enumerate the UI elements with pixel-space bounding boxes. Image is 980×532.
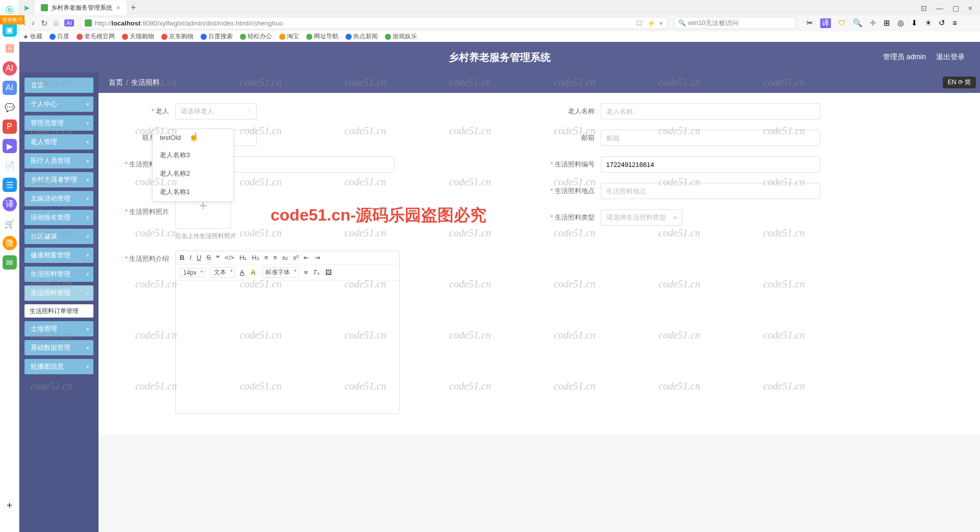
history-icon[interactable]: ↺	[939, 18, 945, 28]
window-maximize-icon[interactable]: ▢	[952, 4, 959, 12]
tab-close-icon[interactable]: ×	[116, 4, 120, 12]
logout-button[interactable]: 退出登录	[936, 53, 965, 62]
sidebar-item-1[interactable]: 个人中心▾	[24, 96, 93, 112]
sub-icon[interactable]: x₂	[282, 254, 288, 261]
sidebar-tail-0[interactable]: 土地管理▾	[24, 321, 93, 336]
bookmark-bdsearch[interactable]: 百度搜索	[201, 32, 233, 41]
os-add-icon[interactable]: +	[7, 500, 13, 512]
elder-select[interactable]: 请选择老人 ⌃	[175, 103, 257, 119]
lang-badge[interactable]: EN ⟳ 简	[943, 77, 976, 88]
bookmark-taobao[interactable]: 淘宝	[279, 32, 299, 41]
font-family-select[interactable]: 标准字体	[262, 267, 299, 278]
browser-tab[interactable]: 乡村养老服务管理系统 ×	[35, 1, 127, 15]
sidebar-item-4[interactable]: 医疗人员管理▾	[24, 153, 93, 168]
dropdown-option-3[interactable]: 老人名称1	[153, 183, 233, 201]
dropdown-option-1[interactable]: 老人名称3	[153, 146, 233, 164]
outdent-icon[interactable]: ⇥	[314, 254, 320, 261]
font-size-select[interactable]: 14px	[180, 268, 205, 277]
sidebar-item-7[interactable]: 活动报名管理▾	[24, 210, 93, 225]
bookmark-news[interactable]: 热点新闻	[346, 32, 378, 41]
search-icon[interactable]: 🔍	[853, 18, 863, 28]
apps-icon[interactable]: ⊞	[884, 18, 890, 28]
shield-icon[interactable]: 🛡	[838, 18, 846, 28]
bookmark-office[interactable]: 轻松办公	[240, 32, 272, 41]
sidebar-item-6[interactable]: 文娱活动管理▾	[24, 191, 93, 206]
os-icon-6[interactable]: P	[3, 119, 17, 134]
scissors-icon[interactable]: ✂	[806, 18, 813, 28]
window-minimize-icon[interactable]: —	[936, 4, 943, 12]
nav-forward-icon[interactable]: ›	[32, 18, 34, 28]
bookmark-tmall[interactable]: 天猫购物	[122, 32, 154, 41]
h2-icon[interactable]: H₂	[252, 254, 259, 261]
os-icon-9[interactable]: ☰	[3, 178, 17, 192]
os-icon-5[interactable]: 💬	[3, 100, 17, 114]
download-icon[interactable]: ⬇	[911, 18, 918, 28]
care-code-input[interactable]	[601, 156, 820, 173]
align-icon[interactable]: ≡	[304, 269, 308, 276]
nav-home-icon[interactable]: ⌂	[54, 18, 59, 28]
url-input[interactable]: http:// localhost :8080/xylfwglxt/admin/…	[80, 17, 668, 29]
italic-icon[interactable]: I	[189, 254, 191, 261]
translate-icon[interactable]: 译	[820, 18, 831, 28]
url-translate-icon[interactable]: ⿻	[636, 19, 643, 27]
sidebar-item-2[interactable]: 管理员管理▾	[24, 115, 93, 131]
sidebar-item-3[interactable]: 老人管理▾	[24, 134, 93, 150]
text-color-icon[interactable]: A	[240, 269, 244, 276]
window-close-icon[interactable]: ×	[968, 4, 972, 12]
bold-icon[interactable]: B	[180, 254, 184, 261]
bookmark-game[interactable]: 游戏娱乐	[385, 32, 417, 41]
image-icon[interactable]: 🖼	[325, 269, 332, 276]
sidebar-item-9[interactable]: 健康档案管理▾	[24, 248, 93, 263]
elder-name-input[interactable]	[601, 103, 820, 119]
os-icon-1[interactable]: ▣	[3, 22, 17, 37]
email-input[interactable]	[601, 130, 820, 146]
sidebar-submenu-item[interactable]: 生活照料订单管理	[24, 304, 93, 318]
os-icon-11[interactable]: 🛒	[3, 216, 17, 231]
window-pin-icon[interactable]: ⊡	[921, 4, 927, 12]
dropdown-option-0[interactable]: testOld	[153, 129, 233, 146]
user-label[interactable]: 管理员 admin	[883, 53, 926, 62]
settings-icon[interactable]: ☀	[925, 18, 932, 28]
os-icon-12[interactable]: 微	[3, 236, 17, 250]
bookmark-star-icon[interactable]: ★ 收藏	[23, 32, 42, 41]
sidebar-item-5[interactable]: 乡村志愿者管理▾	[24, 172, 93, 187]
clear-icon[interactable]: Tₓ	[313, 269, 320, 276]
sidebar-item-10[interactable]: 生活照料管理▾	[24, 267, 93, 282]
os-icon-4[interactable]: AI	[3, 81, 17, 95]
menu-icon[interactable]: ≡	[952, 18, 957, 28]
os-icon-3[interactable]: AI	[3, 61, 17, 76]
sup-icon[interactable]: x²	[293, 254, 299, 261]
os-icon-13[interactable]: ✉	[3, 255, 17, 270]
sidebar-item-11[interactable]: 生活照料管理▾	[24, 285, 93, 301]
bookmark-lmt[interactable]: 老毛桃官网	[77, 32, 115, 41]
sidebar-item-8[interactable]: 社区健康▾	[24, 229, 93, 244]
bookmark-nav[interactable]: 网址导航	[306, 32, 338, 41]
indent-icon[interactable]: ⇤	[304, 254, 309, 261]
sidebar-tail-2[interactable]: 轮播图信息▾	[24, 359, 93, 374]
list-ol-icon[interactable]: ≡	[264, 254, 268, 261]
sidebar-tail-1[interactable]: 基础数据管理▾	[24, 340, 93, 355]
puzzle-icon[interactable]: ✚	[870, 18, 876, 28]
nav-ai-icon[interactable]: AI	[64, 19, 74, 27]
circle-icon[interactable]: ◎	[897, 18, 904, 28]
os-icon-2[interactable]: 🅰	[3, 42, 17, 56]
dropdown-option-2[interactable]: 老人名称2	[153, 164, 233, 183]
h1-icon[interactable]: H₁	[239, 254, 247, 261]
url-dropdown-icon[interactable]: ▾	[659, 19, 663, 27]
nav-reload-icon[interactable]: ↻	[41, 18, 47, 28]
bookmark-jd[interactable]: 京东购物	[161, 32, 193, 41]
underline-icon[interactable]: U	[197, 254, 201, 261]
browser-search-input[interactable]: win10无法被访问	[674, 17, 796, 29]
os-icon-8[interactable]: 📄	[3, 158, 17, 173]
os-icon-7[interactable]: ▶	[3, 139, 17, 153]
text-type-select[interactable]: 文本	[210, 267, 235, 278]
care-place-input[interactable]	[601, 183, 820, 199]
care-type-select[interactable]: 请选择生活照料类型 ▾	[601, 209, 682, 226]
url-bolt-icon[interactable]: ⚡	[647, 19, 655, 27]
bookmark-baidu[interactable]: 百度	[50, 32, 69, 41]
breadcrumb-home[interactable]: 首页	[109, 78, 123, 87]
os-icon-10[interactable]: 译	[3, 197, 17, 211]
editor-body[interactable]	[176, 281, 399, 414]
new-tab-button[interactable]: +	[131, 3, 136, 13]
code-icon[interactable]: </>	[225, 254, 234, 261]
